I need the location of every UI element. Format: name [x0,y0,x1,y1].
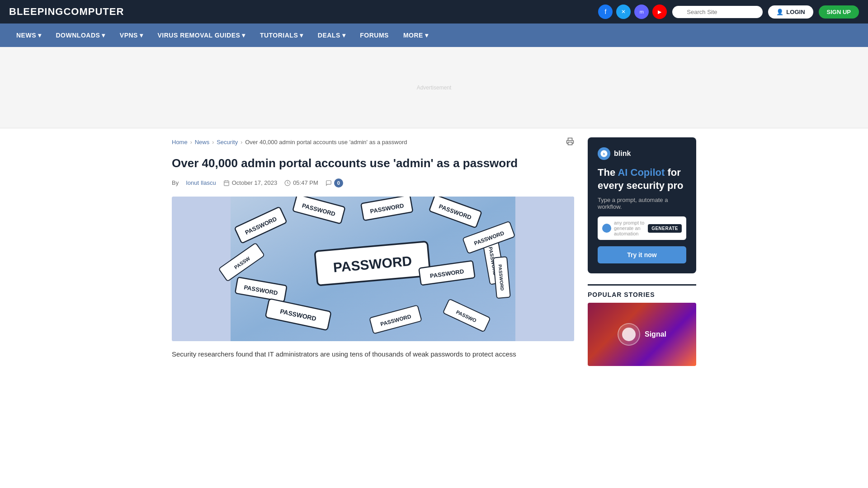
login-button[interactable]: 👤 LOGIN [768,5,813,19]
article-body: Security researchers found that IT admin… [172,348,574,360]
breadcrumb-security[interactable]: Security [217,139,238,145]
breadcrumb: Home › News › Security › Over 40,000 adm… [172,137,574,147]
ad-card: b blink The AI Copilot for every securit… [588,137,696,273]
calendar-icon [223,180,230,186]
print-icon[interactable] [566,137,574,147]
search-wrapper [672,6,763,18]
logo-suffix: COMPUTER [63,6,124,17]
try-now-button[interactable]: Try it now [598,246,686,263]
breadcrumb-sep-2: › [212,139,214,145]
comment-count: 0 [334,178,343,188]
author-link[interactable]: Ionut Ilascu [186,179,216,186]
breadcrumb-current: Over 40,000 admin portal accounts use 'a… [245,139,407,145]
popular-stories: POPULAR STORIES Signal [588,284,696,366]
signal-logo [618,323,640,346]
signup-button[interactable]: SIGN UP [819,5,859,19]
chevron-down-icon: ▾ [300,32,303,39]
popular-stories-title: POPULAR STORIES [588,286,696,303]
ad-generate-button[interactable]: GENERATE [648,224,682,233]
blink-brand-name: blink [614,150,631,158]
site-logo[interactable]: BLEEPINGCOMPUTER [9,6,124,18]
nav-virus-removal[interactable]: VIRUS REMOVAL GUIDES ▾ [150,23,252,47]
svg-text:b: b [603,152,605,156]
search-input[interactable] [672,6,763,18]
ad-banner: Advertisement [0,47,868,128]
header-right: f ✕ m ▶ 👤 LOGIN SIGN UP [598,5,859,19]
popular-story-image[interactable]: Signal [588,303,696,366]
nav-forums[interactable]: FORUMS [353,23,396,47]
chevron-down-icon: ▾ [38,32,42,39]
article-section: Home › News › Security › Over 40,000 adm… [172,137,574,366]
article-title: Over 40,000 admin portal accounts use 'a… [172,156,574,171]
article-meta: By Ionut Ilascu October 17, 2023 05:47 P… [172,178,574,188]
ad-input-area: any prompt to generate an automation GEN… [598,216,686,240]
main-nav: NEWS ▾ DOWNLOADS ▾ VPNS ▾ VIRUS REMOVAL … [0,23,868,47]
facebook-icon[interactable]: f [598,5,613,19]
nav-news[interactable]: NEWS ▾ [9,23,49,47]
comment-icon [326,180,332,186]
social-icons: f ✕ m ▶ [598,5,667,19]
youtube-icon[interactable]: ▶ [652,5,667,19]
chevron-down-icon: ▾ [342,32,346,39]
chevron-down-icon: ▾ [140,32,143,39]
svg-rect-2 [568,142,572,145]
twitter-icon[interactable]: ✕ [616,5,631,19]
logo-prefix: BLEEPING [9,6,63,17]
breadcrumb-sep-3: › [241,139,242,145]
nav-tutorials[interactable]: TUTORIALS ▾ [253,23,311,47]
blink-brand-icon: b [598,147,610,160]
breadcrumb-home[interactable]: Home [172,139,188,145]
breadcrumb-news[interactable]: News [195,139,210,145]
article-comments[interactable]: 0 [326,178,343,188]
chevron-down-icon: ▾ [242,32,245,39]
mastodon-icon[interactable]: m [634,5,649,19]
clock-icon [284,180,291,186]
breadcrumb-sep-1: › [190,139,192,145]
main-content: Home › News › Security › Over 40,000 adm… [163,128,705,375]
nav-downloads[interactable]: DOWNLOADS ▾ [49,23,113,47]
user-icon: 👤 [776,9,783,15]
author-label: By [172,179,179,186]
chevron-down-icon: ▾ [425,32,429,39]
article-time: 05:47 PM [284,179,318,186]
ad-headline: The AI Copilot for every security pro [598,166,686,192]
signal-label: Signal [645,330,666,338]
ad-prompt-icon [602,224,611,233]
article-date: October 17, 2023 [223,179,277,186]
ad-subtitle: Type a prompt, automate a workflow. [598,197,686,210]
site-header: BLEEPINGCOMPUTER f ✕ m ▶ 👤 LOGIN [0,0,868,23]
nav-vpns[interactable]: VPNS ▾ [113,23,151,47]
sidebar: b blink The AI Copilot for every securit… [588,137,696,366]
blink-logo: b blink [598,147,686,160]
signal-icon [622,328,636,341]
nav-deals[interactable]: DEALS ▾ [311,23,353,47]
nav-more[interactable]: MORE ▾ [396,23,436,47]
ad-input-placeholder: any prompt to generate an automation [614,220,645,236]
password-illustration: PASSWORD PASSWORD PASSWORD PASSWORD [172,197,574,341]
svg-rect-3 [224,181,229,186]
article-image: PASSWORD PASSWORD PASSWORD PASSWORD [172,197,574,341]
chevron-down-icon: ▾ [102,32,105,39]
